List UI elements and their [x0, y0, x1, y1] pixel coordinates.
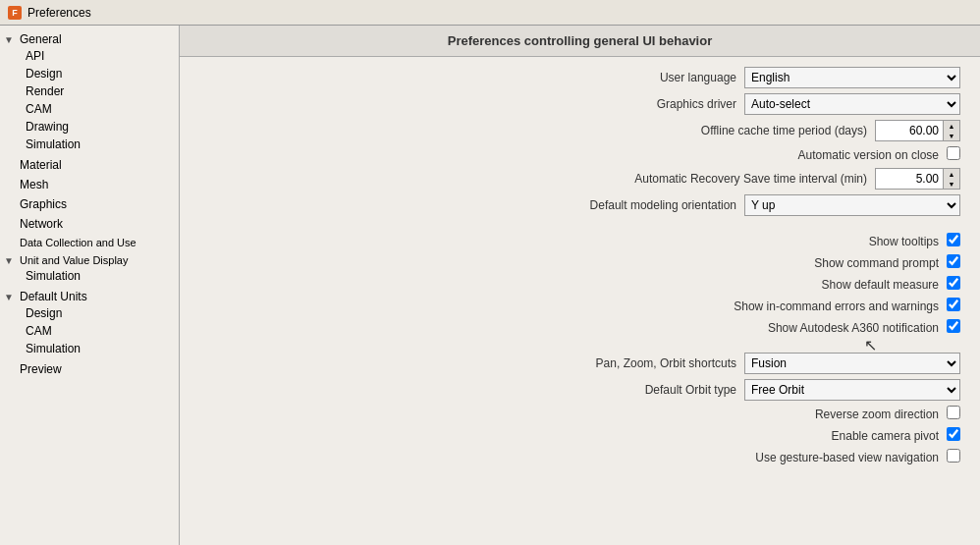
sidebar-label-preview: Preview [18, 362, 62, 376]
pan-zoom-row: Pan, Zoom, Orbit shortcuts Fusion Invent… [199, 353, 960, 374]
gesture-nav-row: Use gesture-based view navigation [199, 449, 960, 465]
sidebar-item-design[interactable]: Design [22, 65, 179, 82]
sidebar-item-preview[interactable]: Preview [0, 359, 179, 379]
sidebar-item-material[interactable]: Material [0, 155, 179, 175]
sidebar-item-default-units[interactable]: ▼ Default Units Design CAM Simulation [0, 287, 179, 359]
user-language-row: User language English French German [199, 67, 960, 88]
sidebar-label-material: Material [18, 158, 62, 172]
graphics-driver-row: Graphics driver Auto-select OpenGL [199, 93, 960, 115]
gesture-nav-checkbox[interactable] [947, 449, 960, 463]
auto-recovery-up[interactable]: ▲ [944, 169, 959, 179]
pan-zoom-control: Fusion Inventor SolidWorks [744, 353, 960, 374]
sidebar-item-data-collection[interactable]: Data Collection and Use [0, 234, 179, 251]
sidebar-label-network: Network [18, 217, 63, 231]
show-command-checkbox[interactable] [947, 254, 960, 268]
auto-recovery-row: Automatic Recovery Save time interval (m… [199, 168, 960, 190]
show-tooltips-checkbox[interactable] [947, 233, 960, 246]
auto-recovery-spinbox: ▲ ▼ [875, 168, 960, 190]
toggle-unit-value[interactable]: ▼ [4, 255, 18, 266]
window-title: Preferences [27, 6, 91, 20]
content-header: Preferences controlling general UI behav… [180, 26, 980, 57]
sidebar: ▼ General API Design Render CAM Drawing … [0, 26, 180, 545]
sidebar-item-du-design[interactable]: Design [22, 304, 179, 322]
show-default-measure-control [947, 276, 960, 293]
auto-version-row: Automatic version on close [199, 146, 960, 163]
toggle-general[interactable]: ▼ [4, 34, 18, 45]
auto-version-checkbox[interactable] [947, 146, 960, 160]
show-incommand-row: Show in-command errors and warnings [199, 298, 960, 314]
offline-cache-up[interactable]: ▲ [944, 121, 959, 131]
default-orbit-label: Default Orbit type [381, 383, 744, 397]
sidebar-item-graphics[interactable]: Graphics [0, 194, 179, 214]
enable-camera-checkbox[interactable] [947, 427, 960, 441]
pan-zoom-select[interactable]: Fusion Inventor SolidWorks [744, 353, 960, 374]
default-modeling-label: Default modeling orientation [381, 198, 744, 212]
auto-recovery-label: Automatic Recovery Save time interval (m… [512, 172, 875, 186]
user-language-select[interactable]: English French German [744, 67, 960, 88]
sidebar-item-cam[interactable]: CAM [22, 100, 179, 118]
reverse-zoom-control [947, 406, 960, 422]
sidebar-item-drawing[interactable]: Drawing [22, 118, 179, 136]
general-children: API Design Render CAM Drawing Simulation [0, 47, 179, 153]
title-bar: F Preferences [0, 0, 980, 26]
graphics-driver-select[interactable]: Auto-select OpenGL [744, 93, 960, 115]
user-language-label: User language [381, 71, 744, 84]
default-orbit-control: Free Orbit Constrained Orbit [744, 379, 960, 401]
show-tooltips-label: Show tooltips [583, 235, 947, 248]
sidebar-label-mesh: Mesh [18, 178, 48, 191]
gesture-nav-label: Use gesture-based view navigation [583, 451, 947, 464]
content-panel: Preferences controlling general UI behav… [180, 26, 980, 545]
sidebar-label-unit-value: Unit and Value Display [18, 254, 128, 266]
sidebar-label-graphics: Graphics [18, 197, 67, 211]
sidebar-item-general[interactable]: ▼ General API Design Render CAM Drawing … [0, 29, 179, 155]
reverse-zoom-label: Reverse zoom direction [583, 408, 947, 421]
show-tooltips-control [947, 233, 960, 249]
pan-zoom-label: Pan, Zoom, Orbit shortcuts [381, 356, 744, 370]
offline-cache-input[interactable] [875, 120, 944, 141]
show-default-measure-checkbox[interactable] [947, 276, 960, 290]
sidebar-item-network[interactable]: Network [0, 214, 179, 234]
show-incommand-checkbox[interactable] [947, 298, 960, 311]
gesture-nav-control [947, 449, 960, 465]
show-a360-checkbox[interactable] [947, 319, 960, 333]
reverse-zoom-row: Reverse zoom direction [199, 406, 960, 422]
default-orbit-select[interactable]: Free Orbit Constrained Orbit [744, 379, 960, 401]
auto-version-control [947, 146, 960, 163]
sidebar-item-render[interactable]: Render [22, 82, 179, 100]
sidebar-item-api[interactable]: API [22, 47, 179, 65]
show-a360-label: Show Autodesk A360 notification [583, 321, 947, 335]
sidebar-item-simulation[interactable]: Simulation [22, 136, 179, 153]
auto-recovery-spinner: ▲ ▼ [944, 168, 960, 190]
content-body: User language English French German Grap… [180, 57, 980, 480]
sidebar-item-unit-value[interactable]: ▼ Unit and Value Display Simulation [0, 251, 179, 287]
sidebar-item-uv-simulation[interactable]: Simulation [22, 267, 179, 285]
auto-recovery-down[interactable]: ▼ [944, 179, 959, 189]
offline-cache-spinner: ▲ ▼ [944, 120, 960, 141]
default-modeling-select[interactable]: Y up Z up [744, 194, 960, 216]
show-incommand-label: Show in-command errors and warnings [583, 300, 947, 313]
default-modeling-control: Y up Z up [744, 194, 960, 216]
toggle-default-units[interactable]: ▼ [4, 292, 18, 302]
enable-camera-control [947, 427, 960, 444]
offline-cache-down[interactable]: ▼ [944, 131, 959, 140]
auto-version-label: Automatic version on close [583, 148, 947, 162]
app-icon: F [8, 6, 22, 20]
offline-cache-row: Offline cache time period (days) ▲ ▼ [199, 120, 960, 141]
show-a360-row: Show Autodesk A360 notification [199, 319, 960, 336]
sidebar-label-general: General [18, 32, 62, 46]
show-tooltips-row: Show tooltips [199, 233, 960, 249]
reverse-zoom-checkbox[interactable] [947, 406, 960, 419]
graphics-driver-control: Auto-select OpenGL [744, 93, 960, 115]
show-incommand-control [947, 298, 960, 314]
sidebar-item-du-cam[interactable]: CAM [22, 322, 179, 340]
user-language-control: English French German [744, 67, 960, 88]
offline-cache-label: Offline cache time period (days) [512, 124, 875, 137]
show-command-label: Show command prompt [583, 256, 947, 270]
sidebar-item-mesh[interactable]: Mesh [0, 175, 179, 194]
auto-recovery-input[interactable] [875, 168, 944, 190]
default-orbit-row: Default Orbit type Free Orbit Constraine… [199, 379, 960, 401]
sidebar-item-du-simulation[interactable]: Simulation [22, 340, 179, 357]
sidebar-label-data-collection: Data Collection and Use [18, 237, 136, 248]
sidebar-label-default-units: Default Units [18, 290, 87, 303]
show-default-measure-label: Show default measure [583, 278, 947, 292]
